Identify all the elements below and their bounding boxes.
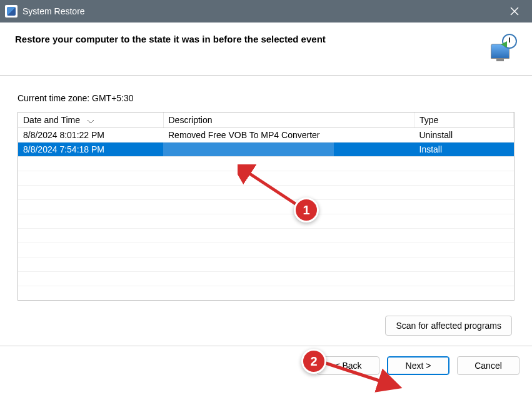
chevron-down-icon <box>87 116 94 126</box>
cell-empty <box>414 186 514 200</box>
cell-empty <box>18 171 163 186</box>
titlebar: System Restore <box>0 0 532 22</box>
cancel-button[interactable]: Cancel <box>457 356 519 375</box>
app-icon <box>5 5 18 18</box>
cell-empty <box>18 200 163 214</box>
table-row <box>18 229 514 243</box>
cell-empty <box>163 243 414 258</box>
cell-empty <box>414 286 514 301</box>
back-button[interactable]: < Back <box>317 356 379 375</box>
table-row <box>18 214 514 229</box>
content: Current time zone: GMT+5:30 Date and Tim… <box>0 76 532 346</box>
table-row <box>18 186 514 200</box>
column-datetime[interactable]: Date and Time <box>18 112 163 128</box>
cell-empty <box>18 286 163 301</box>
table-row <box>18 258 514 272</box>
cell-empty <box>18 229 163 243</box>
close-icon <box>510 7 519 16</box>
cell-empty <box>163 171 414 186</box>
table-row <box>18 200 514 214</box>
cell-empty <box>18 243 163 258</box>
scan-affected-button[interactable]: Scan for affected programs <box>385 316 512 336</box>
close-button[interactable] <box>502 0 527 22</box>
column-description[interactable]: Description <box>163 112 414 128</box>
cell-empty <box>414 272 514 286</box>
cell-empty <box>414 214 514 229</box>
cell-datetime: 8/8/2024 8:01:22 PM <box>18 128 163 142</box>
cell-empty <box>163 258 414 272</box>
cell-empty <box>414 229 514 243</box>
scan-row: Scan for affected programs <box>18 316 512 336</box>
cell-empty <box>18 272 163 286</box>
cell-empty <box>18 214 163 229</box>
cell-empty <box>18 258 163 272</box>
cell-empty <box>414 157 514 171</box>
cell-empty <box>163 229 414 243</box>
cell-empty <box>163 200 414 214</box>
header: Restore your computer to the state it wa… <box>0 22 532 76</box>
table-row[interactable]: 8/8/2024 7:54:18 PMInstall <box>18 142 514 157</box>
cell-empty <box>414 243 514 258</box>
cell-empty <box>414 171 514 186</box>
table-row <box>18 286 514 301</box>
page-title: Restore your computer to the state it wa… <box>15 34 481 44</box>
restore-points-table: Date and Time Description Type 8/8/2024 … <box>18 112 514 301</box>
table-row[interactable]: 8/8/2024 8:01:22 PMRemoved Free VOB To M… <box>18 128 514 142</box>
cell-empty <box>163 186 414 200</box>
restore-icon <box>491 34 517 60</box>
cell-empty <box>18 186 163 200</box>
column-datetime-label: Date and Time <box>23 115 80 125</box>
cell-type: Uninstall <box>414 128 514 142</box>
table-header-row: Date and Time Description Type <box>18 112 514 128</box>
cell-description <box>163 142 414 157</box>
window-title: System Restore <box>23 6 502 16</box>
cell-empty <box>414 200 514 214</box>
timezone-label: Current time zone: GMT+5:30 <box>18 93 514 103</box>
cell-description: Removed Free VOB To MP4 Converter <box>163 128 414 142</box>
next-button[interactable]: Next > <box>387 356 449 375</box>
table-row <box>18 272 514 286</box>
table-row <box>18 157 514 171</box>
cell-type: Install <box>414 142 514 157</box>
cell-empty <box>414 258 514 272</box>
footer: < Back Next > Cancel <box>0 346 532 385</box>
column-type[interactable]: Type <box>414 112 514 128</box>
table-row <box>18 171 514 186</box>
cell-empty <box>163 272 414 286</box>
cell-empty <box>163 214 414 229</box>
cell-empty <box>18 157 163 171</box>
cell-empty <box>163 286 414 301</box>
cell-datetime: 8/8/2024 7:54:18 PM <box>18 142 163 157</box>
cell-empty <box>163 157 414 171</box>
table-row <box>18 243 514 258</box>
